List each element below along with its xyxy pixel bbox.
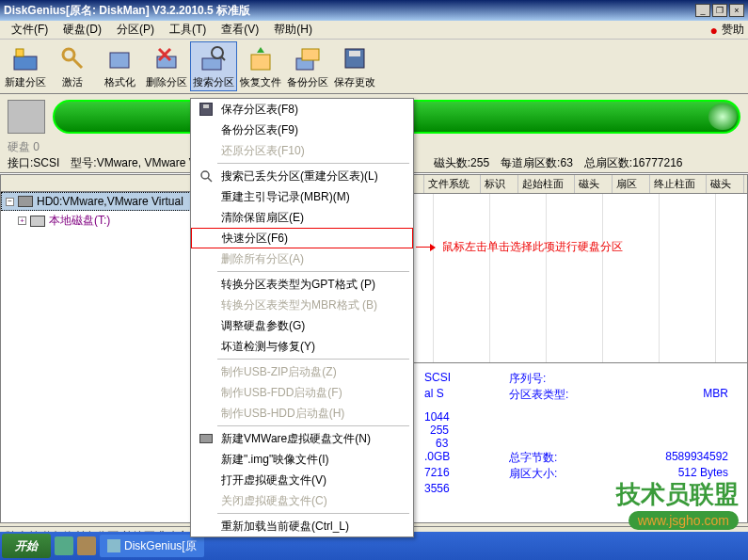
- menu-help[interactable]: 帮助(H): [266, 20, 320, 40]
- recover-icon: [246, 43, 276, 73]
- disk-icon: [199, 434, 213, 443]
- disk-label: 硬盘 0: [8, 139, 40, 155]
- menu-bar: 文件(F) 硬盘(D) 分区(P) 工具(T) 查看(V) 帮助(H) ● 赞助: [0, 21, 748, 40]
- th-start-cyl[interactable]: 起始柱面: [518, 175, 575, 193]
- svg-line-3: [72, 58, 82, 68]
- menu-usb-fdd: 制作USB-FDD启动盘(F): [191, 382, 413, 403]
- menu-new-img[interactable]: 新建".img"映像文件(I): [191, 449, 413, 470]
- svg-rect-15: [349, 51, 360, 56]
- th-head2[interactable]: 磁头: [707, 175, 744, 193]
- menu-restore-table: 还原分区表(F10): [191, 140, 413, 161]
- svg-line-17: [208, 178, 212, 182]
- expand-icon[interactable]: +: [18, 216, 26, 225]
- window-controls: _ ❐ ×: [695, 4, 744, 17]
- format-icon: [104, 43, 135, 73]
- th-flag[interactable]: 标识: [481, 175, 518, 193]
- menu-to-mbr: 转换分区表类型为MBR格式 (B): [191, 295, 413, 315]
- save-icon: [340, 43, 370, 73]
- menu-sponsor[interactable]: 赞助: [722, 22, 744, 38]
- restore-button[interactable]: ❐: [712, 4, 727, 17]
- svg-rect-13: [302, 49, 319, 60]
- search-icon: [199, 43, 229, 73]
- start-button[interactable]: 开始: [2, 534, 51, 558]
- menu-adjust-params[interactable]: 调整硬盘参数(G): [191, 315, 413, 336]
- menu-tools[interactable]: 工具(T): [162, 20, 214, 40]
- menu-partition[interactable]: 分区(P): [109, 20, 162, 40]
- format-button[interactable]: 格式化: [96, 41, 143, 91]
- backup-icon: [293, 43, 323, 73]
- th-end-cyl[interactable]: 终止柱面: [650, 175, 707, 193]
- disk-icon: [8, 100, 45, 134]
- th-sector[interactable]: 扇区: [613, 175, 650, 193]
- delete-icon: [151, 43, 182, 73]
- menu-search-lost[interactable]: 搜索已丢失分区(重建分区表)(L): [191, 166, 413, 186]
- sponsor-icon: ●: [710, 23, 718, 38]
- window-title: DiskGenius[原名: DiskMan] V3.2.2010.5 标准版: [4, 3, 695, 19]
- minimize-button[interactable]: _: [695, 4, 710, 17]
- taskbar-app[interactable]: DiskGenius[原: [100, 535, 204, 557]
- search-partition-button[interactable]: 搜索分区: [190, 41, 237, 91]
- svg-line-10: [221, 56, 225, 60]
- menu-reload[interactable]: 重新加载当前硬盘(Ctrl_L): [191, 516, 413, 536]
- recover-files-button[interactable]: 恢复文件: [237, 41, 284, 91]
- arrow-icon: [416, 247, 435, 248]
- partition-icon: [30, 216, 45, 227]
- annotation: 鼠标左击单击选择此项进行硬盘分区: [416, 239, 623, 255]
- delete-partition-button[interactable]: 删除分区: [143, 41, 190, 91]
- watermark: 技术员联盟 www.jsgho.com: [616, 478, 739, 530]
- menu-save-table[interactable]: 保存分区表(F8): [191, 99, 413, 120]
- svg-rect-11: [251, 55, 270, 70]
- menu-backup-table[interactable]: 备份分区表(F9): [191, 120, 413, 140]
- svg-rect-1: [16, 49, 24, 56]
- hard-disk-icon: [18, 196, 33, 207]
- menu-bad-track[interactable]: 坏道检测与修复(Y): [191, 336, 413, 357]
- backup-partition-button[interactable]: 备份分区: [284, 41, 331, 91]
- taskbar-icon[interactable]: [77, 536, 96, 555]
- tree-hd0[interactable]: − HD0:VMware,VMware Virtual: [1, 192, 206, 211]
- key-icon: [57, 43, 88, 73]
- menu-open-vdisk[interactable]: 打开虚拟硬盘文件(V): [191, 470, 413, 490]
- svg-point-16: [201, 171, 209, 179]
- menu-view[interactable]: 查看(V): [214, 20, 266, 40]
- menu-usb-hdd: 制作USB-HDD启动盘(H): [191, 403, 413, 424]
- tree-local-disk[interactable]: + 本地磁盘(T:): [1, 211, 206, 231]
- collapse-icon[interactable]: −: [6, 198, 14, 206]
- menu-close-vdisk: 关闭虚拟硬盘文件(C): [191, 490, 413, 511]
- menu-new-vmware[interactable]: 新建VMWare虚拟硬盘文件(N): [191, 428, 413, 449]
- context-menu: 保存分区表(F8) 备份分区表(F9) 还原分区表(F10) 搜索已丢失分区(重…: [190, 98, 414, 537]
- th-filesystem[interactable]: 文件系统: [424, 175, 481, 193]
- menu-delete-all: 删除所有分区(A): [191, 248, 413, 269]
- svg-rect-8: [202, 58, 221, 70]
- taskbar-icon[interactable]: [55, 536, 73, 555]
- floppy-icon: [199, 103, 213, 116]
- toolbar: 新建分区 激活 格式化 删除分区 搜索分区 恢复文件 备份分区 保存更改: [0, 40, 748, 94]
- disk-icon: [10, 43, 40, 73]
- menu-quick-partition[interactable]: 快速分区(F6): [191, 228, 413, 248]
- close-button[interactable]: ×: [729, 4, 744, 17]
- menu-to-gpt[interactable]: 转换分区表类型为GPT格式 (P): [191, 274, 413, 295]
- search-icon: [199, 169, 213, 183]
- svg-rect-4: [110, 53, 129, 68]
- th-head1[interactable]: 磁头: [575, 175, 613, 193]
- menu-clear-reserved[interactable]: 清除保留扇区(E): [191, 207, 413, 228]
- menu-rebuild-mbr[interactable]: 重建主引导记录(MBR)(M): [191, 186, 413, 207]
- title-bar: DiskGenius[原名: DiskMan] V3.2.2010.5 标准版 …: [0, 0, 748, 21]
- activate-button[interactable]: 激活: [49, 41, 96, 91]
- tree-panel: − HD0:VMware,VMware Virtual + 本地磁盘(T:): [0, 174, 207, 523]
- menu-usb-zip: 制作USB-ZIP启动盘(Z): [191, 361, 413, 382]
- menu-file[interactable]: 文件(F): [4, 20, 56, 40]
- app-icon: [107, 539, 120, 552]
- new-partition-button[interactable]: 新建分区: [2, 41, 49, 91]
- svg-rect-0: [14, 56, 37, 70]
- menu-disk[interactable]: 硬盘(D): [56, 20, 109, 40]
- save-changes-button[interactable]: 保存更改: [331, 41, 378, 91]
